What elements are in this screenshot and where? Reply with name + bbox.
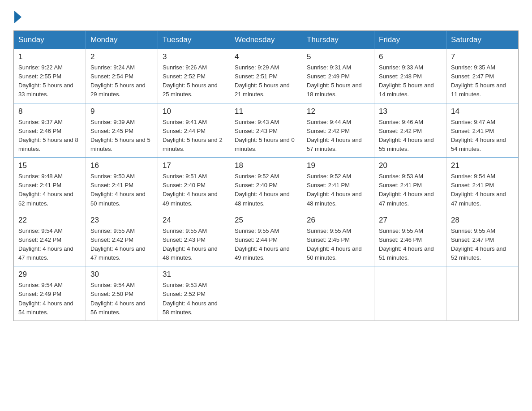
calendar-cell: 19Sunrise: 9:52 AMSunset: 2:41 PMDayligh… [302, 158, 374, 212]
day-info: Sunrise: 9:55 AMSunset: 2:47 PMDaylight:… [451, 227, 514, 263]
calendar-cell: 25Sunrise: 9:55 AMSunset: 2:44 PMDayligh… [230, 212, 302, 266]
calendar-week-row: 1Sunrise: 9:22 AMSunset: 2:55 PMDaylight… [14, 49, 519, 103]
day-info: Sunrise: 9:26 AMSunset: 2:52 PMDaylight:… [163, 63, 225, 99]
day-number: 18 [235, 161, 297, 170]
day-number: 4 [235, 52, 297, 61]
day-info: Sunrise: 9:48 AMSunset: 2:41 PMDaylight:… [18, 172, 81, 208]
day-info: Sunrise: 9:53 AMSunset: 2:41 PMDaylight:… [379, 172, 442, 208]
calendar-cell: 20Sunrise: 9:53 AMSunset: 2:41 PMDayligh… [374, 158, 446, 212]
day-number: 21 [451, 161, 514, 170]
day-number: 13 [379, 107, 442, 116]
column-header-wednesday: Wednesday [230, 31, 302, 49]
day-info: Sunrise: 9:51 AMSunset: 2:40 PMDaylight:… [163, 172, 225, 208]
calendar-cell: 3Sunrise: 9:26 AMSunset: 2:52 PMDaylight… [158, 49, 230, 103]
calendar-table: SundayMondayTuesdayWednesdayThursdayFrid… [13, 30, 519, 321]
day-number: 31 [163, 270, 225, 279]
day-info: Sunrise: 9:54 AMSunset: 2:42 PMDaylight:… [18, 227, 81, 263]
calendar-cell: 24Sunrise: 9:55 AMSunset: 2:43 PMDayligh… [158, 212, 230, 266]
day-number: 19 [307, 161, 369, 170]
calendar-cell: 1Sunrise: 9:22 AMSunset: 2:55 PMDaylight… [14, 49, 86, 103]
calendar-cell: 22Sunrise: 9:54 AMSunset: 2:42 PMDayligh… [14, 212, 86, 266]
calendar-cell [446, 266, 519, 321]
calendar-cell: 11Sunrise: 9:43 AMSunset: 2:43 PMDayligh… [230, 103, 302, 158]
day-number: 7 [451, 52, 514, 61]
calendar-cell: 5Sunrise: 9:31 AMSunset: 2:49 PMDaylight… [302, 49, 374, 103]
day-number: 6 [379, 52, 442, 61]
day-info: Sunrise: 9:46 AMSunset: 2:42 PMDaylight:… [379, 118, 442, 154]
calendar-cell: 31Sunrise: 9:53 AMSunset: 2:52 PMDayligh… [158, 266, 230, 321]
calendar-cell: 28Sunrise: 9:55 AMSunset: 2:47 PMDayligh… [446, 212, 519, 266]
day-info: Sunrise: 9:50 AMSunset: 2:41 PMDaylight:… [90, 172, 153, 208]
calendar-cell: 29Sunrise: 9:54 AMSunset: 2:49 PMDayligh… [14, 266, 86, 321]
day-info: Sunrise: 9:47 AMSunset: 2:41 PMDaylight:… [451, 118, 514, 154]
day-info: Sunrise: 9:29 AMSunset: 2:51 PMDaylight:… [235, 63, 297, 99]
day-info: Sunrise: 9:41 AMSunset: 2:44 PMDaylight:… [163, 118, 225, 154]
calendar-week-row: 29Sunrise: 9:54 AMSunset: 2:49 PMDayligh… [14, 266, 519, 321]
day-info: Sunrise: 9:31 AMSunset: 2:49 PMDaylight:… [307, 63, 369, 99]
column-header-sunday: Sunday [14, 31, 86, 49]
column-header-monday: Monday [86, 31, 158, 49]
day-number: 15 [18, 161, 81, 170]
calendar-cell: 10Sunrise: 9:41 AMSunset: 2:44 PMDayligh… [158, 103, 230, 158]
page-header [13, 9, 519, 21]
calendar-cell: 26Sunrise: 9:55 AMSunset: 2:45 PMDayligh… [302, 212, 374, 266]
day-number: 20 [379, 161, 442, 170]
day-number: 26 [307, 216, 369, 225]
day-number: 30 [90, 270, 153, 279]
day-info: Sunrise: 9:54 AMSunset: 2:49 PMDaylight:… [18, 281, 81, 317]
calendar-cell: 14Sunrise: 9:47 AMSunset: 2:41 PMDayligh… [446, 103, 519, 158]
day-number: 1 [18, 52, 81, 61]
day-number: 10 [163, 107, 225, 116]
day-info: Sunrise: 9:52 AMSunset: 2:40 PMDaylight:… [235, 172, 297, 208]
day-info: Sunrise: 9:54 AMSunset: 2:41 PMDaylight:… [451, 172, 514, 208]
day-number: 17 [163, 161, 225, 170]
day-info: Sunrise: 9:37 AMSunset: 2:46 PMDaylight:… [18, 118, 81, 154]
calendar-cell [230, 266, 302, 321]
calendar-cell: 6Sunrise: 9:33 AMSunset: 2:48 PMDaylight… [374, 49, 446, 103]
day-info: Sunrise: 9:52 AMSunset: 2:41 PMDaylight:… [307, 172, 369, 208]
calendar-cell: 2Sunrise: 9:24 AMSunset: 2:54 PMDaylight… [86, 49, 158, 103]
calendar-week-row: 22Sunrise: 9:54 AMSunset: 2:42 PMDayligh… [14, 212, 519, 266]
day-info: Sunrise: 9:24 AMSunset: 2:54 PMDaylight:… [90, 63, 153, 99]
day-info: Sunrise: 9:55 AMSunset: 2:42 PMDaylight:… [90, 227, 153, 263]
day-info: Sunrise: 9:35 AMSunset: 2:47 PMDaylight:… [451, 63, 514, 99]
calendar-cell: 16Sunrise: 9:50 AMSunset: 2:41 PMDayligh… [86, 158, 158, 212]
day-number: 9 [90, 107, 153, 116]
calendar-cell: 30Sunrise: 9:54 AMSunset: 2:50 PMDayligh… [86, 266, 158, 321]
calendar-cell: 18Sunrise: 9:52 AMSunset: 2:40 PMDayligh… [230, 158, 302, 212]
calendar-week-row: 8Sunrise: 9:37 AMSunset: 2:46 PMDaylight… [14, 103, 519, 158]
day-info: Sunrise: 9:55 AMSunset: 2:44 PMDaylight:… [235, 227, 297, 263]
day-number: 22 [18, 216, 81, 225]
column-header-friday: Friday [374, 31, 446, 49]
day-info: Sunrise: 9:55 AMSunset: 2:45 PMDaylight:… [307, 227, 369, 263]
calendar-cell: 9Sunrise: 9:39 AMSunset: 2:45 PMDaylight… [86, 103, 158, 158]
calendar-cell: 17Sunrise: 9:51 AMSunset: 2:40 PMDayligh… [158, 158, 230, 212]
day-number: 23 [90, 216, 153, 225]
day-info: Sunrise: 9:22 AMSunset: 2:55 PMDaylight:… [18, 63, 81, 99]
calendar-cell: 8Sunrise: 9:37 AMSunset: 2:46 PMDaylight… [14, 103, 86, 158]
calendar-cell: 7Sunrise: 9:35 AMSunset: 2:47 PMDaylight… [446, 49, 519, 103]
calendar-cell: 12Sunrise: 9:44 AMSunset: 2:42 PMDayligh… [302, 103, 374, 158]
column-header-tuesday: Tuesday [158, 31, 230, 49]
day-number: 11 [235, 107, 297, 116]
calendar-cell [302, 266, 374, 321]
day-number: 27 [379, 216, 442, 225]
day-number: 8 [18, 107, 81, 116]
day-number: 5 [307, 52, 369, 61]
day-info: Sunrise: 9:44 AMSunset: 2:42 PMDaylight:… [307, 118, 369, 154]
day-number: 24 [163, 216, 225, 225]
column-header-thursday: Thursday [302, 31, 374, 49]
day-info: Sunrise: 9:39 AMSunset: 2:45 PMDaylight:… [90, 118, 153, 154]
calendar-cell: 23Sunrise: 9:55 AMSunset: 2:42 PMDayligh… [86, 212, 158, 266]
calendar-cell: 15Sunrise: 9:48 AMSunset: 2:41 PMDayligh… [14, 158, 86, 212]
day-number: 2 [90, 52, 153, 61]
day-number: 29 [18, 270, 81, 279]
calendar-cell [374, 266, 446, 321]
calendar-cell: 13Sunrise: 9:46 AMSunset: 2:42 PMDayligh… [374, 103, 446, 158]
day-number: 14 [451, 107, 514, 116]
day-info: Sunrise: 9:53 AMSunset: 2:52 PMDaylight:… [163, 281, 225, 317]
day-number: 28 [451, 216, 514, 225]
calendar-cell: 27Sunrise: 9:55 AMSunset: 2:46 PMDayligh… [374, 212, 446, 266]
logo-arrow-icon [14, 11, 21, 23]
day-info: Sunrise: 9:55 AMSunset: 2:43 PMDaylight:… [163, 227, 225, 263]
